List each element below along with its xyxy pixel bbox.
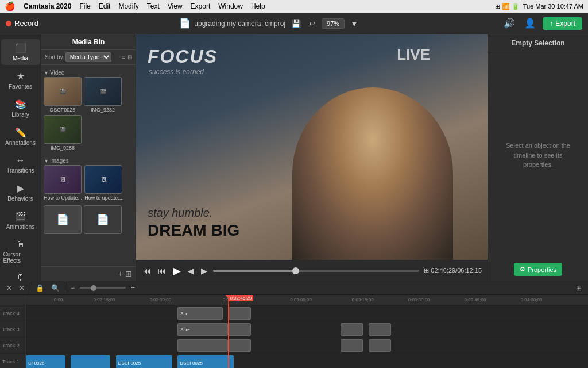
mic-icon[interactable]: 👤 [522,17,538,30]
grid-view-button[interactable]: ⊞ [125,269,132,278]
menu-bar: 🍎 Camtasia 2020 File Edit Modify Text Vi… [0,0,588,13]
overlay-humble: stay humble. [148,206,212,220]
sidebar-label-cursor: Cursor Effects [3,251,38,264]
track3-clip-3[interactable] [341,323,363,336]
zoom-out-btn[interactable]: − [69,283,76,293]
menu-edit[interactable]: Edit [99,2,111,10]
images-collapse-icon[interactable]: ▾ [45,158,48,164]
menu-file[interactable]: File [79,2,90,10]
list-item[interactable]: 🖼 How to Update... [44,165,82,201]
list-item[interactable]: 🎬 IMG_9286 [44,115,82,151]
track3-label: Track 3 [0,321,25,338]
menu-export[interactable]: Export [191,2,211,10]
app-name[interactable]: Camtasia 2020 [24,2,71,10]
progress-handle[interactable] [292,267,299,274]
skip-back-button[interactable]: ⏮ [142,265,152,277]
voice-icon: 🎙 [16,273,25,281]
playback-controls: ⏮ ⏮ ▶ ◀ ▶ ⊞ 02:46;29/06:12:15 [136,260,488,281]
sidebar-item-favorites[interactable]: ★ Favorites [1,67,40,93]
track2-clip-1[interactable] [177,339,228,352]
video-thumb-dscf0025[interactable]: 🎬 [44,77,82,106]
menu-view[interactable]: View [168,2,183,10]
track3-clip-2[interactable] [228,323,250,336]
sidebar-item-behaviors[interactable]: ▶ Behaviors [1,179,40,205]
view-toggle-grid[interactable]: ⊞ [127,54,132,60]
timeline-search-btn[interactable]: 🔍 [49,283,61,293]
track3-clip-4[interactable] [369,323,391,336]
timeline-close-btn[interactable]: ✕ [5,283,14,293]
menu-text[interactable]: Text [147,2,160,10]
apple-menu[interactable]: 🍎 [5,1,16,12]
empty-selection-message: Select an object on the timeline to see … [500,141,577,170]
annotations-icon: ✏️ [15,127,26,138]
video-label-img9286: IMG_9286 [44,145,82,151]
video-label-dscf0025: DSCF0025 [44,107,82,113]
ruler-tick-6: 0:03:30;00 [408,297,430,302]
track1-clip-dscf0025-2[interactable]: DSCF0025 [177,355,234,368]
list-item[interactable]: 🖼 How to update... [84,165,122,201]
ruler-corner [0,295,25,305]
timeline-undo-btn[interactable]: ✕ [17,283,26,293]
save-button[interactable]: 💾 [289,18,303,29]
track4-clip-1[interactable]: Scr [177,307,222,320]
track2-clip-4[interactable] [369,339,391,352]
media-icon: ⬛ [15,43,26,53]
timeline-snap-btn[interactable]: 🔒 [34,283,46,293]
step-back-button[interactable]: ⏮ [157,265,167,277]
zoom-level[interactable]: 97% [322,18,345,29]
record-button[interactable]: Record [6,19,38,28]
zoom-slider[interactable] [80,287,126,289]
zoom-in-btn[interactable]: + [129,283,137,293]
image-thumb-1[interactable]: 🖼 [44,165,82,194]
doc-thumb-2[interactable]: 📄 [84,205,122,234]
doc-thumb-1[interactable]: 📄 [44,205,82,234]
view-toggle-list[interactable]: ≡ [122,54,125,60]
image-thumb-2[interactable]: 🖼 [84,165,122,194]
list-item[interactable]: 🎬 DSCF0025 [44,77,82,113]
track1-clip-2[interactable] [71,355,110,368]
export-button[interactable]: ↑ Export [543,17,582,30]
right-panel-header: Empty Selection [488,34,588,52]
timeline-expand-btn[interactable]: ⊞ [574,283,583,293]
track1-label: Track 1 [0,354,25,368]
track3-clip-1[interactable]: Scre [177,323,228,336]
sidebar-item-transitions[interactable]: ↔ Transitions [1,152,40,177]
skip-fwd-button[interactable]: ▶ [200,265,208,277]
image-label-1: How to Update... [44,195,82,201]
progress-bar[interactable] [213,270,419,272]
list-item[interactable]: 🎬 IMG_9282 [84,77,122,113]
track2-clip-2[interactable] [228,339,250,352]
sidebar-item-cursor-effects[interactable]: 🖱 Cursor Effects [1,236,40,267]
properties-button[interactable]: ⚙ Properties [514,263,562,276]
timeline-section: ✕ ✕ 🔒 🔍 − + ⊞ Track 4 Track 3 Track 2 Tr… [0,281,588,368]
track2-clip-3[interactable] [341,339,363,352]
track4-clip-2[interactable] [228,307,250,320]
track1-clip-dscf0025-1[interactable]: DSCF0025 [116,355,172,368]
zoom-slider-handle[interactable] [91,285,96,291]
tracks-area: 0:02:46;29 0:00 0:02:15;00 0:02:30;00 0:… [26,295,588,368]
list-item[interactable]: 📄 [44,205,82,234]
add-media-button[interactable]: + [118,269,123,278]
play-button[interactable]: ▶ [172,263,182,278]
track1-clip-cf0026[interactable]: CF0026 [26,355,65,368]
undo-button[interactable]: ↩ [307,18,318,29]
step-fwd-button[interactable]: ◀ [187,265,195,277]
menu-window[interactable]: Window [218,2,243,10]
zoom-dropdown[interactable]: ▼ [348,18,361,29]
list-item[interactable]: 📄 [84,205,122,234]
library-icon: 📚 [15,99,26,110]
menu-modify[interactable]: Modify [118,2,138,10]
video-thumb-img9282[interactable]: 🎬 [84,77,122,106]
sidebar-item-animations[interactable]: 🎬 Animations [1,208,40,233]
record-indicator [6,21,11,26]
sort-select[interactable]: Media Type [65,52,111,62]
video-thumb-img9286[interactable]: 🎬 [44,115,82,144]
video-collapse-icon[interactable]: ▾ [45,70,48,76]
sidebar-item-media[interactable]: ⬛ Media [1,39,40,65]
sidebar-item-voice-narration[interactable]: 🎙 Voice Narration [1,270,40,281]
left-sidebar: ⬛ Media ★ Favorites 📚 Library ✏️ Annotat… [0,34,41,281]
menu-help[interactable]: Help [251,2,265,10]
sidebar-item-annotations[interactable]: ✏️ Annotations [1,124,40,150]
sidebar-item-library[interactable]: 📚 Library [1,95,40,121]
audio-icon[interactable]: 🔊 [501,17,517,30]
